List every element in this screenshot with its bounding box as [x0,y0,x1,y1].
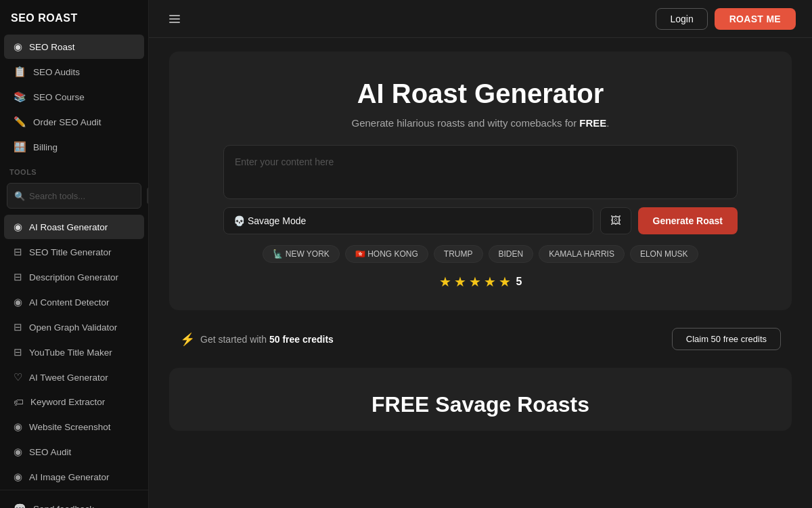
keyword-extractor-icon: 🏷 [14,396,24,408]
svg-rect-2 [169,22,180,23]
credits-left: ⚡ Get started with 50 free credits [180,332,334,347]
sidebar-item-order-seo-audit[interactable]: ✏️Order SEO Audit [4,110,144,134]
description-generator-label: Description Generator [29,272,118,282]
keyword-extractor-label: Keyword Extractor [30,397,105,407]
topbar: Login ROAST ME [149,0,812,38]
tag-trump[interactable]: TRUMP [434,245,483,263]
ai-roast-generator-label: AI Roast Generator [29,222,108,232]
content-textarea[interactable] [223,145,738,199]
mode-select[interactable]: 💀 Savage Mode [223,207,593,234]
website-screenshot-icon: ◉ [14,421,22,433]
description-generator-icon: ⊟ [14,271,22,283]
youtube-title-maker-label: YouTube Title Maker [29,347,112,358]
hero-title: AI Roast Generator [357,79,604,109]
credits-icon: ⚡ [180,332,195,347]
input-row: 💀 Savage Mode 🖼 Generate Roast [223,207,738,234]
tool-item-seo-audit[interactable]: ◉SEO Audit [4,440,144,464]
sidebar-footer: 💬 Send feedback [0,490,148,508]
tags-row: 🗽 NEW YORK🇭🇰 HONG KONGTRUMPBIDENKAMALA H… [263,245,698,263]
credits-text: Get started with 50 free credits [200,334,334,345]
seo-audit-icon: ◉ [14,446,22,458]
ai-content-detector-label: AI Content Detector [29,297,110,308]
tool-item-ai-content-detector[interactable]: ◉AI Content Detector [4,290,144,314]
billing-label: Billing [33,142,58,152]
free-roasts-card: FREE Savage Roasts [169,368,792,431]
star-1: ★ [439,274,451,290]
order-seo-audit-label: Order SEO Audit [33,117,102,127]
credits-bar: ⚡ Get started with 50 free credits Claim… [169,321,792,357]
topbar-right: Login ROAST ME [656,8,796,30]
order-seo-audit-icon: ✏️ [14,116,26,128]
sidebar-item-seo-audits[interactable]: 📋SEO Audits [4,60,144,84]
open-graph-validator-label: Open Graph Validator [29,322,117,333]
ai-tweet-generator-label: AI Tweet Generator [29,373,108,383]
sidebar-item-billing[interactable]: 🪟Billing [4,135,144,159]
search-box[interactable]: 🔍 ⌘ K [7,183,141,209]
generate-roast-button[interactable]: Generate Roast [638,207,738,234]
feedback-icon: 💬 [14,503,26,508]
tool-item-youtube-title-maker[interactable]: ⊟YouTube Title Maker [4,340,144,364]
open-graph-validator-icon: ⊟ [14,321,22,333]
seo-roast-icon: ◉ [14,41,22,53]
brand-logo: SEO ROAST [0,0,148,34]
sidebar-toggle-button[interactable] [165,9,184,28]
ai-image-generator-icon: ◉ [14,471,22,483]
star-4: ★ [484,274,496,290]
star-3: ★ [469,274,481,290]
seo-course-label: SEO Course [33,92,85,102]
seo-roast-label: SEO Roast [29,42,75,52]
seo-audits-icon: 📋 [14,66,26,78]
tag-hong-kong[interactable]: 🇭🇰 HONG KONG [345,245,428,263]
star-5: ★ [499,274,511,290]
stars-row: ★ ★ ★ ★ ★ 5 [439,274,522,290]
tool-item-keyword-extractor[interactable]: 🏷Keyword Extractor [4,390,144,414]
ai-tweet-generator-icon: ♡ [14,371,22,383]
sidebar: SEO ROAST ◉SEO Roast📋SEO Audits📚SEO Cour… [0,0,149,508]
hero-card: AI Roast Generator Generate hilarious ro… [169,51,792,310]
tag-new-york[interactable]: 🗽 NEW YORK [263,245,339,263]
seo-course-icon: 📚 [14,91,26,103]
image-icon: 🖼 [610,215,621,227]
sidebar-item-seo-roast[interactable]: ◉SEO Roast [4,35,144,59]
hero-subtitle: Generate hilarious roasts and witty come… [351,117,609,129]
tool-item-open-graph-validator[interactable]: ⊟Open Graph Validator [4,315,144,339]
website-screenshot-label: Website Screenshot [29,422,111,432]
tag-kamala-harris[interactable]: KAMALA HARRIS [539,245,625,263]
send-feedback-item[interactable]: 💬 Send feedback [4,496,144,508]
svg-rect-1 [169,18,180,20]
search-input[interactable] [29,191,143,201]
seo-audit-label: SEO Audit [29,447,71,457]
svg-rect-0 [169,15,180,16]
tag-biden[interactable]: BIDEN [489,245,534,263]
image-upload-button[interactable]: 🖼 [600,207,631,234]
send-feedback-label: Send feedback [33,504,94,509]
free-roasts-title: FREE Savage Roasts [371,392,589,417]
star-2: ★ [454,274,466,290]
sidebar-item-seo-course[interactable]: 📚SEO Course [4,85,144,109]
billing-icon: 🪟 [14,141,26,153]
youtube-title-maker-icon: ⊟ [14,346,22,358]
seo-title-generator-icon: ⊟ [14,246,22,258]
tool-item-ai-roast-generator[interactable]: ◉AI Roast Generator [4,215,144,239]
ai-image-generator-label: AI Image Generator [29,472,110,482]
seo-audits-label: SEO Audits [33,67,80,77]
ai-roast-generator-icon: ◉ [14,221,22,233]
stars-count: 5 [516,276,522,288]
search-icon: 🔍 [14,191,25,201]
tag-elon-musk[interactable]: ELON MUSK [630,245,698,263]
tool-item-description-generator[interactable]: ⊟Description Generator [4,265,144,289]
claim-credits-button[interactable]: Claim 50 free credits [672,328,781,350]
sidebar-toggle-icon [168,12,181,26]
ai-content-detector-icon: ◉ [14,296,22,308]
tool-item-ai-image-generator[interactable]: ◉AI Image Generator [4,465,144,489]
tool-item-ai-tweet-generator[interactable]: ♡AI Tweet Generator [4,365,144,389]
topbar-left [165,9,184,28]
login-button[interactable]: Login [656,8,707,30]
roast-me-button[interactable]: ROAST ME [715,8,796,30]
main-content: Login ROAST ME AI Roast Generator Genera… [149,0,812,508]
seo-title-generator-label: SEO Title Generator [29,247,112,257]
tool-item-website-screenshot[interactable]: ◉Website Screenshot [4,415,144,439]
tool-item-seo-title-generator[interactable]: ⊟SEO Title Generator [4,240,144,264]
tools-section-label: Tools [0,160,148,179]
